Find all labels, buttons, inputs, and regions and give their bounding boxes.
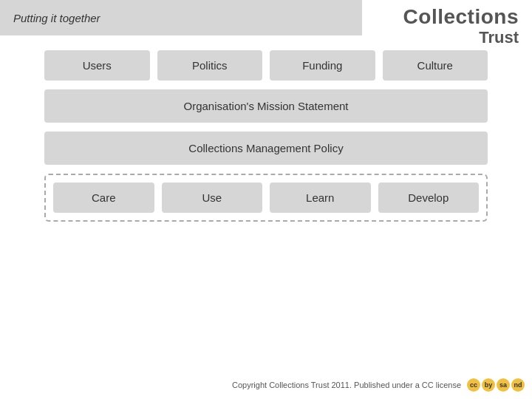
cc-license-icon: cc by sa nd [467,378,525,392]
logo-trust: Trust [403,29,519,47]
footer: Copyright Collections Trust 2011. Publis… [232,378,525,392]
btn-care[interactable]: Care [53,183,154,213]
btn-use[interactable]: Use [162,183,263,213]
cc-circle-nd: nd [511,378,525,392]
btn-develop[interactable]: Develop [378,183,480,213]
logo-collections: Collections [403,6,519,29]
footer-text: Copyright Collections Trust 2011. Publis… [232,381,461,389]
btn-collections-policy[interactable]: Collections Management Policy [44,132,488,165]
cc-circle-cc: cc [467,378,480,392]
btn-politics[interactable]: Politics [157,50,263,81]
cc-circle-by: by [482,378,495,392]
cc-circle-sa: sa [497,378,510,392]
logo: Collections Trust [403,6,519,47]
header-bar: Putting it together [0,0,362,35]
btn-mission-statement[interactable]: Organisation's Mission Statement [44,89,488,123]
row-top-buttons: Users Politics Funding Culture [44,50,488,81]
btn-users[interactable]: Users [44,50,150,81]
btn-learn[interactable]: Learn [270,183,371,213]
btn-funding[interactable]: Funding [270,50,375,81]
row-dashed-buttons: Care Use Learn Develop [44,174,488,222]
btn-culture[interactable]: Culture [383,50,488,81]
header-title: Putting it together [13,12,100,24]
main-content: Users Politics Funding Culture Organisat… [0,35,532,236]
